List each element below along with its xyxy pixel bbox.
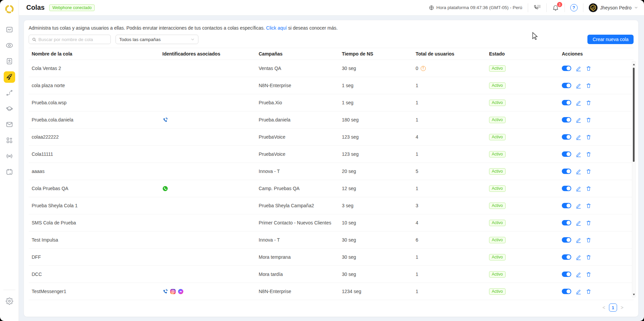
voice-call-icon [162,289,168,294]
user-menu[interactable]: Jheyson Pedro [589,3,638,12]
delete-icon[interactable] [586,66,591,71]
sidebar-item-broadcast[interactable] [4,150,15,162]
queue-name: TestMessenger1 [29,289,159,294]
sidebar-item-calendar[interactable] [4,166,15,178]
status-toggle[interactable] [562,203,571,208]
sidebar-item-mail[interactable] [4,119,15,130]
sidebar-item-planet[interactable] [4,103,15,114]
search-input[interactable] [38,37,107,42]
instagram-icon [170,289,176,294]
scroll-down-arrow-icon[interactable] [632,292,635,296]
status-toggle[interactable] [562,186,571,191]
delete-icon[interactable] [586,100,591,106]
sidebar-item-apps-add[interactable] [4,135,15,146]
status-toggle[interactable] [562,151,571,157]
edit-icon[interactable] [576,220,581,226]
actions-cell [559,151,634,157]
users-count: 1 [416,254,418,260]
edit-icon[interactable] [576,237,581,243]
scroll-up-arrow-icon[interactable] [632,62,635,66]
queue-name: aaaas [29,169,159,174]
edit-icon[interactable] [576,134,581,140]
status-toggle[interactable] [562,66,571,71]
delete-icon[interactable] [586,254,591,260]
separator [528,3,528,12]
table-row: DCC Mora tardía 30 seg 1 ! Activo [29,266,634,283]
ns-time: 3 seg [339,203,413,208]
table-row: Test Impulsa Innova - T 30 seg 6 ! Activ… [29,231,634,249]
status-badge: Activo [489,134,506,140]
planet-icon [6,105,13,112]
delete-icon[interactable] [586,169,591,174]
delete-icon[interactable] [586,203,591,209]
bell-icon[interactable]: 3 [552,4,559,11]
status-toggle[interactable] [562,134,571,140]
messenger-icon [178,289,184,294]
sidebar-divider [3,290,15,290]
delete-icon[interactable] [586,151,591,157]
pagination-next-icon[interactable]: > [621,305,623,310]
sidebar-item-activity-chart[interactable] [4,24,15,35]
sidebar-item-settings[interactable] [4,296,15,308]
status-toggle[interactable] [562,169,571,174]
sidebar-item-contact-card[interactable] [4,56,15,67]
pagination-page-1[interactable]: 1 [609,304,617,312]
brand-logo-icon[interactable] [5,4,14,15]
avatar [589,3,598,12]
status-toggle[interactable] [562,100,571,105]
scrollbar-thumb[interactable] [633,68,635,162]
contact-card-icon [6,58,13,65]
sidebar-item-route[interactable] [4,87,15,99]
users-count: 4 [416,220,418,225]
edit-icon[interactable] [576,169,581,174]
edit-icon[interactable] [576,186,581,191]
users-cell: 5 ! [413,169,486,174]
delete-icon[interactable] [586,134,591,140]
queue-name: Prueba.cola.wsp [29,100,159,105]
pagination-prev-icon[interactable]: < [603,305,605,310]
status-cell: Activo [486,271,559,278]
edit-icon[interactable] [576,151,581,157]
sidebar-item-rocket[interactable] [4,71,15,83]
delete-icon[interactable] [586,289,591,294]
campaign-filter-select[interactable]: Todos las campañas [116,35,198,44]
delete-icon[interactable] [586,83,591,88]
users-cell: 1 ! [413,289,486,294]
users-cell: 4 ! [413,220,486,225]
edit-icon[interactable] [576,66,581,71]
delete-icon[interactable] [586,237,591,243]
status-toggle[interactable] [562,83,571,88]
actions-cell [559,100,634,106]
separator [546,3,547,12]
campaign: Mora tardía [256,272,339,277]
ns-time: 180 seg [339,117,413,122]
status-toggle[interactable] [562,254,571,260]
dialpad-phone-icon[interactable] [534,4,541,11]
status-toggle[interactable] [562,272,571,277]
delete-icon[interactable] [586,220,591,226]
delete-icon[interactable] [586,272,591,277]
status-toggle[interactable] [562,237,571,243]
gear-icon [6,297,13,306]
edit-icon[interactable] [576,117,581,123]
edit-icon[interactable] [576,272,581,277]
edit-icon[interactable] [576,254,581,260]
delete-icon[interactable] [586,186,591,191]
edit-icon[interactable] [576,289,581,294]
delete-icon[interactable] [586,117,591,123]
status-toggle[interactable] [562,117,571,122]
edit-icon[interactable] [576,203,581,209]
edit-icon[interactable] [576,83,581,88]
users-count: 1 [416,289,418,294]
ns-time: 30 seg [339,254,413,260]
table-scrollbar[interactable] [632,61,636,297]
sidebar-item-eye[interactable] [4,40,15,51]
status-toggle[interactable] [562,289,571,294]
click-here-link[interactable]: Click aquí [266,25,287,31]
status-toggle[interactable] [562,220,571,225]
separator [583,3,583,12]
help-icon[interactable]: ? [570,4,578,11]
edit-icon[interactable] [576,100,581,106]
column-header: Total de usuarios [413,51,486,57]
create-queue-button[interactable]: Crear nueva cola [587,35,634,44]
